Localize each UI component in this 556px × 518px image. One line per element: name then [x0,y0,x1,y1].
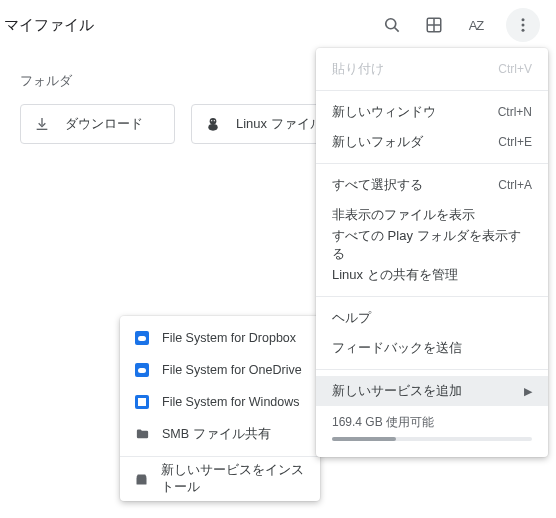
svg-point-5 [522,18,525,21]
storage-label: 169.4 GB 使用可能 [332,414,532,431]
svg-point-8 [210,118,217,125]
divider [316,163,548,164]
overflow-menu: 貼り付け Ctrl+V 新しいウィンドウ Ctrl+N 新しいフォルダ Ctrl… [316,48,548,457]
divider [120,456,320,457]
svg-rect-12 [137,477,147,485]
download-icon [33,115,51,133]
submenu-arrow-icon: ▶ [524,385,532,398]
smb-folder-icon [134,426,150,442]
menu-feedback[interactable]: フィードバックを送信 [316,333,548,363]
svg-point-7 [522,29,525,32]
add-service-submenu: File System for Dropbox File System for … [120,316,320,501]
menu-new-folder[interactable]: 新しいフォルダ Ctrl+E [316,127,548,157]
page-title: マイファイル [0,16,380,35]
service-label: File System for Windows [162,395,300,409]
header-actions: AZ [380,8,556,42]
folder-downloads[interactable]: ダウンロード [20,104,175,144]
header: マイファイル AZ [0,0,556,50]
menu-paste: 貼り付け Ctrl+V [316,54,548,84]
menu-show-play-folders[interactable]: すべての Play フォルダを表示する [316,230,548,260]
menu-new-window[interactable]: 新しいウィンドウ Ctrl+N [316,97,548,127]
storage-bar [332,437,532,441]
divider [316,296,548,297]
menu-show-hidden[interactable]: 非表示のファイルを表示 [316,200,548,230]
service-smb[interactable]: SMB ファイル共有 [120,418,320,450]
service-label: SMB ファイル共有 [162,426,271,443]
svg-point-0 [386,19,396,29]
install-label: 新しいサービスをインストール [161,462,306,496]
service-dropbox[interactable]: File System for Dropbox [120,322,320,354]
divider [316,90,548,91]
menu-manage-linux-sharing[interactable]: Linux との共有を管理 [316,260,548,290]
thumbnail-view-icon[interactable] [422,13,446,37]
webstore-icon [134,471,149,487]
service-label: File System for OneDrive [162,363,302,377]
windows-icon [134,394,150,410]
storage-indicator: 169.4 GB 使用可能 [316,406,548,451]
search-icon[interactable] [380,13,404,37]
service-onedrive[interactable]: File System for OneDrive [120,354,320,386]
sort-az-icon[interactable]: AZ [464,13,488,37]
menu-add-service[interactable]: 新しいサービスを追加 ▶ [316,376,548,406]
svg-point-9 [208,124,217,131]
storage-bar-fill [332,437,396,441]
svg-point-11 [214,120,215,121]
more-vert-icon[interactable] [506,8,540,42]
menu-help[interactable]: ヘルプ [316,303,548,333]
menu-select-all[interactable]: すべて選択する Ctrl+A [316,170,548,200]
install-new-service[interactable]: 新しいサービスをインストール [120,463,320,495]
folder-label: ダウンロード [65,115,143,133]
svg-line-1 [395,28,399,32]
svg-point-6 [522,24,525,27]
service-label: File System for Dropbox [162,331,296,345]
linux-icon [204,115,222,133]
folder-label: Linux ファイル [236,115,323,133]
svg-point-10 [211,120,212,121]
divider [316,369,548,370]
onedrive-icon [134,362,150,378]
service-windows[interactable]: File System for Windows [120,386,320,418]
dropbox-icon [134,330,150,346]
